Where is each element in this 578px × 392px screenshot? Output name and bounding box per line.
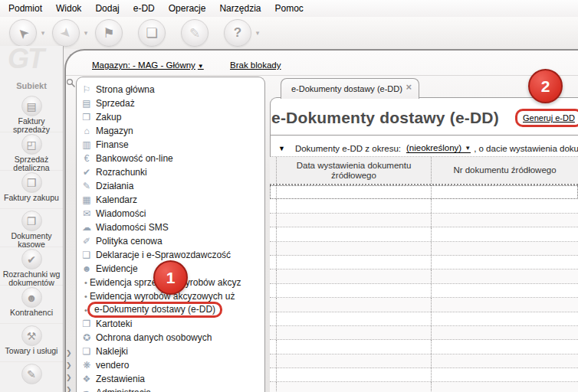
sidebar-expander-chevron-icon[interactable] [66,374,74,384]
brand-block: GT Subiekt [0,46,63,94]
annotation-step-2-badge: 2 [528,69,563,103]
period-value: (nieokreślony) [406,143,461,152]
column-header-number[interactable]: Nr dokumentu źródłowego [432,157,578,184]
messages-icon [80,208,93,219]
table-row[interactable] [270,199,578,213]
period-selector[interactable]: (nieokreślony) [406,143,471,153]
bullet-icon [82,292,90,301]
settlements-docs-icon [27,253,36,266]
purchase-icon [80,112,93,122]
sidebar-shortcut[interactable]: Sprzedaż detaliczna [0,132,63,171]
tree-item[interactable]: Zestawienia [77,372,264,386]
tree-item[interactable]: Wiadomości [77,207,264,220]
column-header-date[interactable]: Data wystawienia dokumentu źródłowego [277,157,432,184]
tree-item[interactable]: Polityka cenowa [77,234,264,248]
table-row[interactable] [270,284,578,298]
table-row[interactable] [270,270,578,283]
filter-suffix: , o dacie wystawienia dokume [474,144,578,153]
table-row[interactable] [270,354,578,368]
dropdown-caret-icon[interactable] [253,29,262,37]
tree-item[interactable]: Zakup [77,110,264,124]
tree-subitem[interactable]: e-Dokumenty dostawy (e-DD) [77,303,264,317]
menu-item[interactable]: Pomoc [268,1,310,16]
labels-icon [80,346,93,357]
new-document-icon [146,25,157,41]
generate-edd-link[interactable]: Generuj e-DD [523,113,575,122]
tree-item[interactable]: Działania [77,179,264,193]
tree-item[interactable]: Magazyn [77,124,264,138]
table-row[interactable] [270,298,578,312]
menu-item[interactable]: Podmiot [2,1,49,16]
home-icon [80,84,93,95]
toolbar-button[interactable] [9,19,37,47]
page-title: e-Dokumenty dostawy (e-DD) [271,109,499,127]
filter-label: Dokumenty e-DD z okresu: [295,144,401,153]
tree-item[interactable]: Strona główna [77,83,264,96]
toolbar-button[interactable] [181,19,209,47]
menu-item[interactable]: e-DD [126,1,162,16]
tab-edd[interactable]: e-Dokumenty dostawy (e-DD) [281,78,419,99]
menu-item[interactable]: Dodaj [88,1,126,16]
sidebar-expander-chevron-icon[interactable] [66,361,74,372]
tree-item[interactable]: Bankowość on-line [77,152,264,165]
tree-item[interactable]: Sprzedaż [77,96,264,110]
sidebar-shortcut[interactable] [0,362,63,392]
sidebar-shortcut[interactable]: Towary i usługi [0,324,63,362]
filter-dropdown-icon[interactable] [278,145,285,152]
tree-item[interactable]: Naklejki [77,345,264,358]
actions-icon [80,181,93,191]
toolbar-button[interactable] [224,19,251,47]
menu-item[interactable]: Narzędzia [212,1,268,16]
menu-item[interactable]: Widok [49,1,88,16]
toolbar-button[interactable] [52,19,80,47]
sidebar-shortcut[interactable]: Faktury zakupu [0,171,63,209]
dropdown-caret-icon[interactable] [81,29,90,37]
sales-invoices-icon [26,100,36,113]
brand-name: Subiekt [0,81,63,90]
pointer-arrow-icon [18,25,28,41]
finance-icon [80,139,93,150]
magazyn-selector-link[interactable]: Magazyn: - MAG - Główny [92,60,204,70]
sidebar-expander-chevron-icon[interactable] [66,349,74,360]
tree-item[interactable]: Kalendarz [77,193,264,207]
filter-row: Dokumenty e-DD z okresu: (nieokreślony) … [270,142,578,155]
records-icon [80,263,93,274]
reports-partial-icon [27,368,36,381]
table-row[interactable] [270,312,578,326]
table-row-focused[interactable] [270,185,578,199]
table-row[interactable] [270,256,578,270]
sidebar-shortcut[interactable]: Kontrahenci [0,286,63,324]
sidebar-shortcut[interactable]: Rozrachunki wg dokumentów [0,247,63,286]
table-row[interactable] [270,242,578,256]
caret-down-icon [198,63,204,70]
sales-icon [80,98,93,109]
toolbar-button[interactable] [138,19,166,47]
table-row[interactable] [270,227,578,241]
tree-item[interactable]: vendero [77,358,264,372]
help-icon [234,25,241,41]
calendar-icon [80,194,93,205]
table-row[interactable] [270,214,578,227]
tree-item[interactable]: Rozrachunki [77,165,264,179]
table-row[interactable] [270,382,578,392]
tree-item[interactable]: Wiadomości SMS [77,220,264,234]
toolbar-button[interactable] [95,19,123,47]
sidebar-expander-chevron-icon[interactable] [66,386,74,392]
sidebar-shortcut[interactable]: Faktury sprzedaży [0,94,63,132]
menu-item[interactable]: Operacje [162,1,213,16]
tree-item[interactable]: Kartoteki [77,317,264,331]
vendero-icon [80,360,93,371]
tab-close-icon[interactable] [406,81,412,93]
tree-item[interactable]: Administracja [77,386,264,392]
annotation-step-1-badge: 1 [153,260,188,295]
auto-hide-pin-icon[interactable] [66,78,76,88]
table-row[interactable] [270,326,578,340]
dropdown-caret-icon[interactable] [38,29,48,37]
tree-item[interactable]: Ochrona danych osobowych [77,331,264,345]
blokada-link[interactable]: Brak blokady [230,60,281,70]
table-row[interactable] [270,368,578,382]
sidebar-shortcut[interactable]: Dokumenty kasowe [0,209,63,247]
tree-item[interactable]: Finanse [77,138,264,152]
send-arrow-icon [61,25,71,41]
table-row[interactable] [270,340,578,354]
